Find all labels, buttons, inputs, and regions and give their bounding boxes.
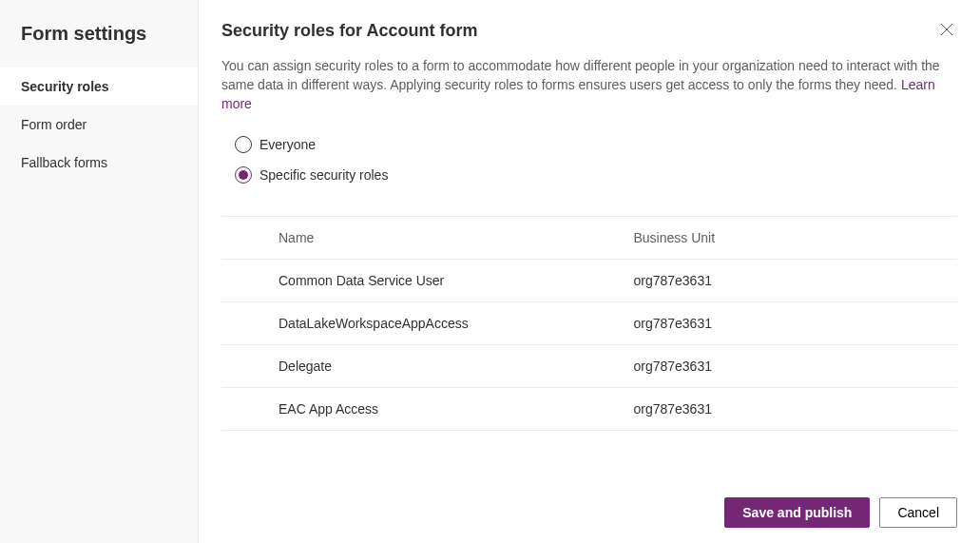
cell-name: DataLakeWorkspaceAppAccess <box>221 302 633 345</box>
table-row[interactable]: DataLakeWorkspaceAppAccess org787e3631 <box>221 302 957 345</box>
close-icon[interactable] <box>936 21 957 42</box>
cell-business-unit: org787e3631 <box>633 388 957 431</box>
save-publish-button[interactable]: Save and publish <box>724 497 870 528</box>
table-row[interactable]: Delegate org787e3631 <box>221 345 957 388</box>
radio-label: Everyone <box>259 137 316 152</box>
table-row[interactable]: EAC App Access org787e3631 <box>221 388 957 431</box>
radio-circle-icon <box>235 136 252 153</box>
radio-circle-selected-icon <box>235 166 252 184</box>
table-container: Name Business Unit Common Data Service U… <box>221 216 957 475</box>
description-text: You can assign security roles to a form … <box>221 56 944 113</box>
sidebar-item-label: Form order <box>21 117 86 132</box>
sidebar-item-form-order[interactable]: Form order <box>0 106 198 144</box>
table-scroll[interactable]: Name Business Unit Common Data Service U… <box>221 217 957 475</box>
sidebar-item-label: Security roles <box>21 79 109 94</box>
main-header: Security roles for Account form <box>221 21 957 56</box>
sidebar-item-security-roles[interactable]: Security roles <box>0 68 198 106</box>
sidebar-item-fallback-forms[interactable]: Fallback forms <box>0 144 198 182</box>
sidebar: Form settings Security roles Form order … <box>0 0 199 543</box>
cell-business-unit: org787e3631 <box>633 302 957 345</box>
description-body: You can assign security roles to a form … <box>221 58 940 92</box>
radio-everyone[interactable]: Everyone <box>235 136 957 153</box>
radio-label: Specific security roles <box>259 167 388 183</box>
table-body: Common Data Service User org787e3631 Dat… <box>221 260 957 431</box>
cell-business-unit: org787e3631 <box>633 260 957 302</box>
radio-group: Everyone Specific security roles <box>221 136 957 197</box>
page-title: Security roles for Account form <box>221 21 477 41</box>
radio-specific[interactable]: Specific security roles <box>235 166 957 184</box>
table-row[interactable]: Common Data Service User org787e3631 <box>221 260 957 302</box>
column-header-business-unit[interactable]: Business Unit <box>633 217 957 260</box>
column-header-name[interactable]: Name <box>221 217 633 260</box>
table-header-row: Name Business Unit <box>221 217 957 260</box>
main-panel: Security roles for Account form You can … <box>199 0 980 543</box>
cell-name: Delegate <box>221 345 633 388</box>
cell-name: Common Data Service User <box>221 260 633 302</box>
radio-dot-icon <box>239 170 248 180</box>
footer: Save and publish Cancel <box>221 490 957 528</box>
sidebar-item-label: Fallback forms <box>21 155 107 170</box>
sidebar-title: Form settings <box>0 0 198 68</box>
roles-table: Name Business Unit Common Data Service U… <box>221 217 957 431</box>
cell-name: EAC App Access <box>221 388 633 431</box>
cell-business-unit: org787e3631 <box>633 345 957 388</box>
cancel-button[interactable]: Cancel <box>879 497 957 528</box>
